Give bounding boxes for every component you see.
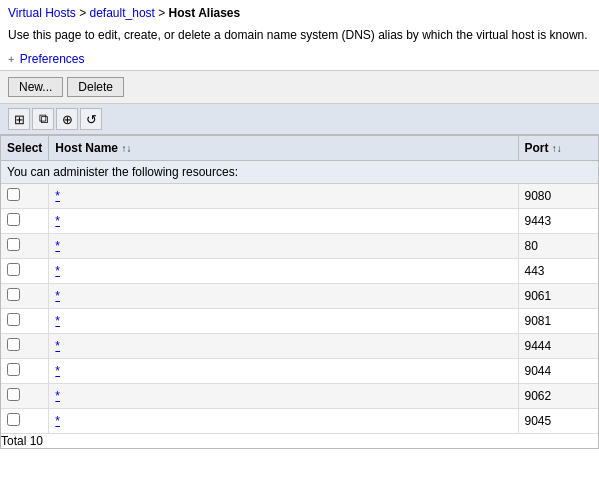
port-value: 9062 — [518, 384, 598, 409]
breadcrumb-current: Host Aliases — [169, 6, 241, 20]
port-value: 9061 — [518, 284, 598, 309]
port-sort-icon: ↑↓ — [552, 143, 562, 154]
total-count: Total 10 — [1, 434, 598, 449]
row-checkbox[interactable] — [7, 338, 20, 351]
hostname-link[interactable]: * — [55, 314, 60, 328]
hostname-column-header[interactable]: Host Name ↑↓ — [49, 136, 518, 161]
row-checkbox[interactable] — [7, 363, 20, 376]
row-checkbox[interactable] — [7, 388, 20, 401]
hostname-link[interactable]: * — [55, 214, 60, 228]
row-checkbox[interactable] — [7, 288, 20, 301]
breadcrumb-default-host[interactable]: default_host — [90, 6, 155, 20]
table-row: *9444 — [1, 334, 598, 359]
breadcrumb: Virtual Hosts > default_host > Host Alia… — [0, 0, 599, 26]
delete-button[interactable]: Delete — [67, 77, 124, 97]
hostname-sort-icon: ↑↓ — [121, 143, 131, 154]
table-header-row: Select Host Name ↑↓ Port ↑↓ — [1, 136, 598, 161]
move-icon[interactable]: ⊕ — [56, 108, 78, 130]
hostname-link[interactable]: * — [55, 289, 60, 303]
table-row: *80 — [1, 234, 598, 259]
preferences-expand-icon[interactable]: + — [8, 53, 14, 65]
table-footer-row: Total 10 — [1, 434, 598, 449]
row-checkbox[interactable] — [7, 313, 20, 326]
port-value: 443 — [518, 259, 598, 284]
row-checkbox[interactable] — [7, 263, 20, 276]
row-checkbox[interactable] — [7, 188, 20, 201]
page-description: Use this page to edit, create, or delete… — [0, 26, 599, 48]
hostname-link[interactable]: * — [55, 339, 60, 353]
preferences-bar: + Preferences — [0, 48, 599, 70]
port-column-header[interactable]: Port ↑↓ — [518, 136, 598, 161]
action-toolbar: New... Delete — [0, 70, 599, 104]
port-value: 9444 — [518, 334, 598, 359]
port-value: 9443 — [518, 209, 598, 234]
select-all-icon[interactable]: ⊞ — [8, 108, 30, 130]
admin-message: You can administer the following resourc… — [1, 161, 598, 184]
table-row: *9081 — [1, 309, 598, 334]
breadcrumb-virtual-hosts[interactable]: Virtual Hosts — [8, 6, 76, 20]
port-value: 9044 — [518, 359, 598, 384]
table-row: *9044 — [1, 359, 598, 384]
icon-toolbar: ⊞ ⧉ ⊕ ↺ — [0, 104, 599, 135]
hostname-link[interactable]: * — [55, 364, 60, 378]
table-row: *9443 — [1, 209, 598, 234]
hostname-link[interactable]: * — [55, 264, 60, 278]
port-value: 9081 — [518, 309, 598, 334]
table-row: *9080 — [1, 184, 598, 209]
hostname-link[interactable]: * — [55, 389, 60, 403]
select-column-header: Select — [1, 136, 49, 161]
admin-message-row: You can administer the following resourc… — [1, 161, 598, 184]
row-checkbox[interactable] — [7, 238, 20, 251]
row-checkbox[interactable] — [7, 413, 20, 426]
table-row: *9062 — [1, 384, 598, 409]
new-button[interactable]: New... — [8, 77, 63, 97]
table-row: *9061 — [1, 284, 598, 309]
table-row: *9045 — [1, 409, 598, 434]
port-value: 9045 — [518, 409, 598, 434]
preferences-link[interactable]: Preferences — [20, 52, 85, 66]
table-row: *443 — [1, 259, 598, 284]
host-aliases-table: Select Host Name ↑↓ Port ↑↓ You can admi… — [0, 135, 599, 449]
copy-icon[interactable]: ⧉ — [32, 108, 54, 130]
refresh-icon[interactable]: ↺ — [80, 108, 102, 130]
hostname-link[interactable]: * — [55, 239, 60, 253]
port-value: 80 — [518, 234, 598, 259]
row-checkbox[interactable] — [7, 213, 20, 226]
hostname-link[interactable]: * — [55, 414, 60, 428]
port-value: 9080 — [518, 184, 598, 209]
hostname-link[interactable]: * — [55, 189, 60, 203]
